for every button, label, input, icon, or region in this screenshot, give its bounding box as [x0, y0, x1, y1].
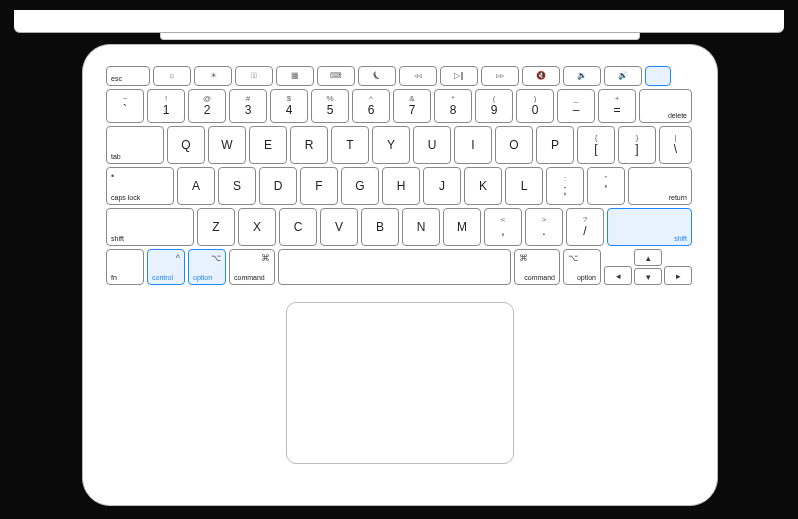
key-k[interactable]: K — [464, 167, 502, 205]
key-option-left[interactable]: ⌥option — [188, 249, 226, 285]
key-9[interactable]: (9 — [475, 89, 513, 123]
key-left-bracket[interactable]: {[ — [577, 126, 615, 164]
key-f2[interactable]: ☀ — [194, 66, 232, 86]
key-q[interactable]: Q — [167, 126, 205, 164]
key-x[interactable]: X — [238, 208, 276, 246]
keyboard: esc ☼ ☀ ⌃⃞ ▦ ⌨ ⏾ ◃◃ ▷‖ ▹▹ 🔇 🔉 🔊 ~` !1 @2… — [106, 66, 692, 290]
key-backslash[interactable]: |\ — [659, 126, 692, 164]
key-4[interactable]: $4 — [270, 89, 308, 123]
key-l[interactable]: L — [505, 167, 543, 205]
key-command-right[interactable]: ⌘command — [514, 249, 560, 285]
key-arrow-left[interactable]: ◂ — [604, 266, 632, 285]
key-p[interactable]: P — [536, 126, 574, 164]
key-f12[interactable]: 🔊 — [604, 66, 642, 86]
key-f9[interactable]: ▹▹ — [481, 66, 519, 86]
laptop-lid — [14, 10, 784, 33]
key-minus[interactable]: _– — [557, 89, 595, 123]
key-f7[interactable]: ◃◃ — [399, 66, 437, 86]
key-command-left[interactable]: ⌘command — [229, 249, 275, 285]
row-qwerty: tab Q W E R T Y U I O P {[ }] |\ — [106, 126, 692, 164]
key-f[interactable]: F — [300, 167, 338, 205]
key-n[interactable]: N — [402, 208, 440, 246]
key-f5[interactable]: ⌨ — [317, 66, 355, 86]
key-y[interactable]: Y — [372, 126, 410, 164]
key-shift-right[interactable]: shift — [607, 208, 692, 246]
key-slash[interactable]: ?/ — [566, 208, 604, 246]
key-f11[interactable]: 🔉 — [563, 66, 601, 86]
row-number: ~` !1 @2 #3 $4 %5 ^6 &7 *8 (9 )0 _– += d… — [106, 89, 692, 123]
key-m[interactable]: M — [443, 208, 481, 246]
key-caps-lock[interactable]: •caps lock — [106, 167, 174, 205]
key-f4[interactable]: ▦ — [276, 66, 314, 86]
key-arrow-down[interactable]: ▾ — [634, 268, 662, 285]
row-function: esc ☼ ☀ ⌃⃞ ▦ ⌨ ⏾ ◃◃ ▷‖ ▹▹ 🔇 🔉 🔊 — [106, 66, 692, 86]
key-arrow-right[interactable]: ▸ — [664, 266, 692, 285]
key-period[interactable]: >. — [525, 208, 563, 246]
key-h[interactable]: H — [382, 167, 420, 205]
key-backtick[interactable]: ~` — [106, 89, 144, 123]
arrow-updown: ▴ ▾ — [634, 249, 662, 285]
key-arrow-up[interactable]: ▴ — [634, 249, 662, 266]
key-tab[interactable]: tab — [106, 126, 164, 164]
key-power[interactable] — [645, 66, 671, 86]
key-z[interactable]: Z — [197, 208, 235, 246]
arrow-cluster: ◂ ▴ ▾ ▸ — [604, 249, 692, 285]
key-equal[interactable]: += — [598, 89, 636, 123]
key-i[interactable]: I — [454, 126, 492, 164]
key-option-right[interactable]: ⌥option — [563, 249, 601, 285]
key-f1[interactable]: ☼ — [153, 66, 191, 86]
key-0[interactable]: )0 — [516, 89, 554, 123]
key-e[interactable]: E — [249, 126, 287, 164]
key-comma[interactable]: <, — [484, 208, 522, 246]
laptop-hinge — [160, 33, 640, 40]
key-return[interactable]: return — [628, 167, 692, 205]
key-2[interactable]: @2 — [188, 89, 226, 123]
key-t[interactable]: T — [331, 126, 369, 164]
key-s[interactable]: S — [218, 167, 256, 205]
key-5[interactable]: %5 — [311, 89, 349, 123]
key-quote[interactable]: "' — [587, 167, 625, 205]
key-fn[interactable]: fn — [106, 249, 144, 285]
key-space[interactable] — [278, 249, 511, 285]
key-r[interactable]: R — [290, 126, 328, 164]
key-3[interactable]: #3 — [229, 89, 267, 123]
row-home: •caps lock A S D F G H J K L :; "' retur… — [106, 167, 692, 205]
key-esc[interactable]: esc — [106, 66, 150, 86]
key-v[interactable]: V — [320, 208, 358, 246]
key-7[interactable]: &7 — [393, 89, 431, 123]
row-bottom: fn ^control ⌥option ⌘command ⌘command ⌥o… — [106, 249, 692, 285]
key-d[interactable]: D — [259, 167, 297, 205]
key-g[interactable]: G — [341, 167, 379, 205]
key-delete[interactable]: delete — [639, 89, 692, 123]
key-j[interactable]: J — [423, 167, 461, 205]
key-f10[interactable]: 🔇 — [522, 66, 560, 86]
key-w[interactable]: W — [208, 126, 246, 164]
trackpad[interactable] — [286, 302, 514, 464]
key-control[interactable]: ^control — [147, 249, 185, 285]
key-f6[interactable]: ⏾ — [358, 66, 396, 86]
key-right-bracket[interactable]: }] — [618, 126, 656, 164]
key-b[interactable]: B — [361, 208, 399, 246]
key-f8[interactable]: ▷‖ — [440, 66, 478, 86]
key-1[interactable]: !1 — [147, 89, 185, 123]
key-a[interactable]: A — [177, 167, 215, 205]
key-shift-left[interactable]: shift — [106, 208, 194, 246]
row-shift: shift Z X C V B N M <, >. ?/ shift — [106, 208, 692, 246]
key-6[interactable]: ^6 — [352, 89, 390, 123]
key-f3[interactable]: ⌃⃞ — [235, 66, 273, 86]
key-o[interactable]: O — [495, 126, 533, 164]
key-8[interactable]: *8 — [434, 89, 472, 123]
key-semicolon[interactable]: :; — [546, 167, 584, 205]
key-u[interactable]: U — [413, 126, 451, 164]
key-c[interactable]: C — [279, 208, 317, 246]
